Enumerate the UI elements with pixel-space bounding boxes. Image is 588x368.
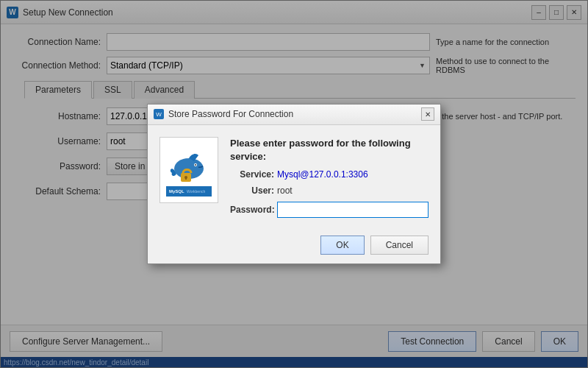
modal-title: Store Password For Connection <box>168 109 421 119</box>
modal-password-label: Password: <box>230 205 274 215</box>
modal-cancel-button[interactable]: Cancel <box>370 236 429 255</box>
modal-body: MySQL Workbench Please enter password fo… <box>148 125 440 230</box>
modal-title-bar: W Store Password For Connection ✕ <box>148 105 440 125</box>
modal-service-value: Mysql@127.0.0.1:3306 <box>277 169 368 180</box>
modal-user-value: root <box>277 185 293 196</box>
modal-buttons: OK Cancel <box>148 230 440 263</box>
modal-icon: W <box>154 109 164 119</box>
modal-password-input[interactable] <box>277 202 429 218</box>
workbench-logo: MySQL Workbench <box>159 137 218 203</box>
workbench-logo-area: MySQL Workbench <box>159 137 218 203</box>
modal-overlay: W Store Password For Connection ✕ <box>0 0 588 368</box>
workbench-logo-svg: MySQL Workbench <box>163 141 215 199</box>
modal-main-text: Please enter password for the following … <box>230 137 429 163</box>
svg-text:MySQL: MySQL <box>169 189 184 194</box>
svg-rect-5 <box>185 177 187 180</box>
modal-close-button[interactable]: ✕ <box>421 107 434 121</box>
svg-point-2 <box>195 164 196 166</box>
modal-user-row: User: root <box>230 185 429 196</box>
modal-ok-button[interactable]: OK <box>320 236 364 255</box>
svg-text:Workbench: Workbench <box>187 189 205 194</box>
modal-user-label: User: <box>230 185 274 196</box>
modal-service-label: Service: <box>230 169 274 180</box>
modal-service-row: Service: Mysql@127.0.0.1:3306 <box>230 169 429 180</box>
modal-window: W Store Password For Connection ✕ <box>147 104 441 264</box>
modal-password-row: Password: <box>230 202 429 218</box>
modal-text-area: Please enter password for the following … <box>230 137 429 218</box>
